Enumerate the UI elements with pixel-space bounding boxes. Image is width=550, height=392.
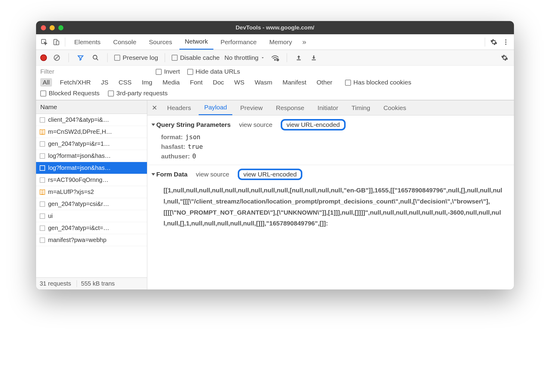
document-file-icon	[40, 237, 45, 243]
request-row[interactable]: gen_204?atyp=i&r=1…	[36, 138, 147, 150]
request-row[interactable]: client_204?&atyp=i&…	[36, 114, 147, 126]
qsp-view-url-encoded[interactable]: view URL-encoded	[281, 119, 345, 130]
type-all[interactable]: All	[40, 78, 52, 87]
tab-memory[interactable]: Memory	[264, 34, 298, 50]
separator	[65, 38, 65, 47]
tab-sources[interactable]: Sources	[144, 34, 178, 50]
dtab-headers[interactable]: Headers	[162, 100, 196, 115]
request-row[interactable]: manifest?pwa=webhp	[36, 234, 147, 246]
form-view-source[interactable]: view source	[196, 171, 229, 178]
document-file-icon	[40, 177, 45, 183]
close-details-button[interactable]: ✕	[150, 104, 159, 112]
dtab-timing[interactable]: Timing	[346, 100, 375, 115]
request-row[interactable]: m=aLUfP?xjs=s2	[36, 186, 147, 198]
type-wasm[interactable]: Wasm	[252, 78, 275, 87]
settings-gear-icon[interactable]	[489, 37, 499, 47]
request-row[interactable]: log?format=json&has…	[36, 162, 147, 174]
dtab-payload[interactable]: Payload	[199, 100, 232, 115]
request-name: gen_204?atyp=i&ct=…	[48, 225, 109, 231]
third-party-checkbox[interactable]: 3rd-party requests	[108, 90, 167, 97]
minimize-window-button[interactable]	[50, 25, 55, 30]
tab-performance[interactable]: Performance	[215, 34, 262, 50]
column-header-name[interactable]: Name	[36, 100, 147, 114]
more-tabs-button[interactable]: »	[299, 38, 309, 46]
request-row[interactable]: rs=ACT90oFqOrnng…	[36, 174, 147, 186]
type-img[interactable]: Img	[139, 78, 155, 87]
tab-network[interactable]: Network	[179, 34, 213, 50]
type-ws[interactable]: WS	[232, 78, 247, 87]
request-row[interactable]: gen_204?atyp=csi&r…	[36, 198, 147, 210]
svg-point-3	[505, 39, 506, 41]
throttling-select[interactable]: No throttling	[225, 54, 265, 61]
dtab-response[interactable]: Response	[270, 100, 310, 115]
devtools-window: DevTools - www.google.com/ Elements Cons…	[36, 21, 514, 289]
svg-point-8	[274, 59, 275, 60]
record-button[interactable]	[40, 54, 47, 61]
svg-point-4	[505, 41, 506, 43]
upload-har-icon[interactable]	[294, 53, 304, 63]
tab-console[interactable]: Console	[108, 34, 142, 50]
invert-checkbox[interactable]: Invert	[156, 68, 180, 75]
blocked-requests-checkbox[interactable]: Blocked Requests	[40, 90, 99, 97]
dtab-preview[interactable]: Preview	[235, 100, 268, 115]
request-name: log?format=json&has…	[48, 164, 111, 171]
network-toolbar: Preserve log Disable cache No throttling	[36, 50, 514, 66]
param-row: hasfast:true	[161, 143, 509, 150]
network-conditions-icon[interactable]	[270, 53, 280, 63]
device-toolbar-icon[interactable]	[51, 37, 61, 47]
type-fetch-xhr[interactable]: Fetch/XHR	[57, 78, 93, 87]
request-details-panel: ✕ Headers Payload Preview Response Initi…	[147, 100, 514, 289]
request-name: m=CnSW2d,DPreE,H…	[48, 128, 112, 135]
separator	[287, 53, 287, 62]
request-name: rs=ACT90oFqOrnng…	[48, 176, 108, 183]
close-window-button[interactable]	[41, 25, 46, 30]
type-js[interactable]: JS	[99, 78, 111, 87]
form-data-toggle[interactable]: Form Data	[152, 171, 188, 178]
request-row[interactable]: gen_204?atyp=i&ct=…	[36, 222, 147, 234]
dtab-initiator[interactable]: Initiator	[312, 100, 344, 115]
filter-icon[interactable]	[75, 53, 86, 63]
type-font[interactable]: Font	[188, 78, 205, 87]
qsp-toggle[interactable]: Query String Parameters	[152, 121, 231, 128]
network-body: Name client_204?&atyp=i&…m=CnSW2d,DPreE,…	[36, 100, 514, 289]
request-row[interactable]: m=CnSW2d,DPreE,H…	[36, 126, 147, 138]
svg-point-5	[505, 44, 506, 45]
type-doc[interactable]: Doc	[210, 78, 226, 87]
request-list[interactable]: client_204?&atyp=i&…m=CnSW2d,DPreE,H…gen…	[36, 114, 147, 277]
type-manifest[interactable]: Manifest	[280, 78, 309, 87]
type-css[interactable]: CSS	[116, 78, 134, 87]
document-file-icon	[40, 153, 45, 159]
kebab-menu-icon[interactable]	[501, 37, 511, 47]
disable-cache-checkbox[interactable]: Disable cache	[172, 54, 220, 61]
param-value: json	[185, 133, 200, 141]
param-key: format:	[161, 133, 183, 141]
inspect-element-icon[interactable]	[39, 37, 49, 47]
request-row[interactable]: log?format=json&has…	[36, 150, 147, 162]
clear-icon[interactable]	[52, 53, 62, 63]
script-file-icon	[40, 129, 45, 135]
main-tabs: Elements Console Sources Network Perform…	[36, 34, 514, 50]
request-list-panel: Name client_204?&atyp=i&…m=CnSW2d,DPreE,…	[36, 100, 147, 289]
network-settings-gear-icon[interactable]	[500, 53, 510, 63]
preserve-log-checkbox[interactable]: Preserve log	[114, 54, 158, 61]
document-file-icon	[40, 117, 45, 123]
dtab-cookies[interactable]: Cookies	[378, 100, 412, 115]
detail-tabs: ✕ Headers Payload Preview Response Initi…	[147, 100, 514, 115]
has-blocked-cookies-checkbox[interactable]: Has blocked cookies	[345, 79, 411, 86]
filter-input[interactable]: Filter	[40, 68, 148, 75]
disclosure-triangle-icon	[151, 173, 155, 176]
tab-elements[interactable]: Elements	[69, 34, 106, 50]
param-row: format:json	[161, 133, 509, 141]
download-har-icon[interactable]	[309, 53, 319, 63]
param-key: authuser:	[161, 153, 190, 160]
search-icon[interactable]	[90, 53, 101, 63]
disclosure-triangle-icon	[151, 124, 155, 126]
maximize-window-button[interactable]	[58, 25, 63, 30]
form-view-url-encoded[interactable]: view URL-encoded	[238, 169, 302, 180]
type-other[interactable]: Other	[314, 78, 335, 87]
qsp-view-source[interactable]: view source	[239, 121, 272, 128]
script-file-icon	[40, 189, 45, 195]
type-media[interactable]: Media	[160, 78, 182, 87]
request-row[interactable]: ui	[36, 210, 147, 222]
hide-data-urls-checkbox[interactable]: Hide data URLs	[187, 68, 240, 75]
